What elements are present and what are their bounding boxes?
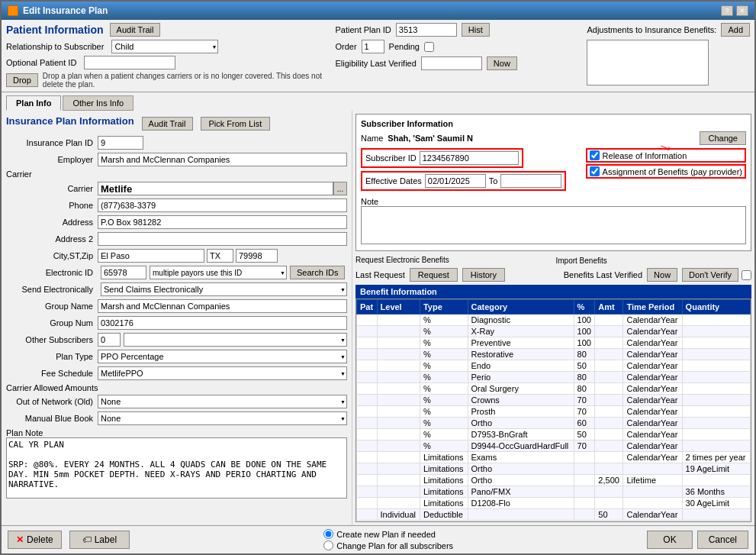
table-row[interactable]: %Prosth70CalendarYear [357, 406, 751, 418]
table-row[interactable]: LimitationsExamsCalendarYear2 times per … [357, 452, 751, 463]
address-input[interactable] [98, 215, 347, 229]
send-electronically-combo[interactable]: Send Claims Electronically [101, 282, 347, 296]
table-row[interactable]: %Endo50CalendarYear [357, 360, 751, 372]
cell-amt [595, 360, 623, 372]
benefit-table-wrap[interactable]: Pat Level Type Category % Amt Time Perio… [355, 298, 751, 522]
cell-level [377, 498, 420, 509]
plan-type-combo[interactable]: PPO Percentage [98, 350, 347, 363]
radio-change-all[interactable] [323, 540, 333, 550]
effective-to-input[interactable] [500, 174, 561, 188]
optional-id-input[interactable] [84, 56, 175, 69]
insurance-plan-id-input[interactable] [98, 136, 143, 150]
request-benefits-section: Request Electronic Benefits [355, 256, 552, 265]
left-panel: Insurance Plan Information Audit Trail P… [2, 111, 352, 525]
cell-amt [595, 326, 623, 337]
history-button[interactable]: History [462, 268, 505, 282]
delete-button[interactable]: ✕ Delete [8, 531, 62, 549]
city-input[interactable] [98, 249, 204, 263]
cell-time_period [623, 486, 682, 498]
effective-dates-label: Effective Dates [365, 176, 422, 186]
audit-trail-button[interactable]: Audit Trail [110, 23, 161, 37]
out-of-network-combo[interactable]: None [98, 395, 347, 408]
release-of-info-checkbox[interactable] [590, 150, 600, 160]
other-subscribers-input[interactable] [98, 333, 121, 347]
close-button[interactable]: ✕ [736, 5, 748, 16]
table-row[interactable]: %Crowns70CalendarYear [357, 395, 751, 406]
plan-note-textarea[interactable]: CAL YR PLAN SRP: @80%. EVERY 24 MONTHS. … [6, 437, 347, 499]
subscriber-note-textarea[interactable] [361, 206, 746, 244]
radio-create-new[interactable] [323, 529, 333, 539]
pending-checkbox[interactable] [424, 42, 434, 52]
table-row[interactable]: %X-Ray100CalendarYear [357, 326, 751, 337]
address2-input[interactable] [98, 232, 347, 246]
relationship-combo[interactable]: Child [111, 40, 218, 53]
ok-button[interactable]: OK [647, 531, 692, 549]
other-subscribers-combo[interactable] [124, 333, 347, 347]
tab-plan-info[interactable]: Plan Info [6, 95, 61, 111]
cell-pat [357, 395, 378, 406]
table-row[interactable]: %D9944-OccGuardHardFull70CalendarYear [357, 440, 751, 452]
dont-verify-checkbox[interactable] [742, 270, 751, 280]
subscriber-name-label: Name [361, 134, 383, 143]
eligibility-now-button[interactable]: Now [487, 56, 517, 70]
table-row[interactable]: %Restorative80CalendarYear [357, 349, 751, 360]
adj-add-button[interactable]: Add [721, 23, 750, 37]
search-ids-button[interactable]: Search IDs [290, 266, 345, 279]
release-of-info-label: Release of Information [603, 151, 687, 160]
table-row[interactable]: LimitationsOrtho19 AgeLimit [357, 463, 751, 475]
pick-from-list-button[interactable]: Pick From List [201, 117, 271, 131]
fee-schedule-combo[interactable]: MetlifePPO [98, 366, 347, 380]
manual-blue-book-combo[interactable]: None [98, 411, 347, 425]
eligibility-input[interactable] [421, 56, 482, 70]
assignment-of-benefits-checkbox[interactable] [590, 166, 600, 176]
electronic-id-input[interactable] [101, 266, 146, 279]
phone-input[interactable] [98, 198, 347, 212]
table-row[interactable]: LimitationsOrtho2,500Lifetime [357, 475, 751, 486]
col-type: Type [420, 300, 468, 315]
carrier-input[interactable] [98, 182, 333, 195]
drop-button[interactable]: Drop [6, 73, 38, 87]
request-button[interactable]: Request [410, 268, 458, 282]
zip-input[interactable] [236, 249, 278, 263]
tab-other-ins[interactable]: Other Ins Info [63, 95, 134, 111]
plan-id-input[interactable] [396, 23, 457, 37]
hist-button[interactable]: Hist [462, 23, 490, 37]
table-row[interactable]: %Diagnostic100CalendarYear [357, 315, 751, 326]
table-row[interactable]: %Preventive100CalendarYear [357, 337, 751, 349]
cell-quantity [682, 383, 750, 395]
cell-time_period: CalendarYear [623, 383, 682, 395]
plan-audit-trail-button[interactable]: Audit Trail [142, 117, 193, 131]
table-row[interactable]: %D7953-BnGraft50CalendarYear [357, 429, 751, 440]
cell-time_period: CalendarYear [623, 406, 682, 418]
group-name-input[interactable] [98, 299, 347, 313]
label-button[interactable]: 🏷 Label [69, 531, 130, 549]
table-row[interactable]: LimitationsD1208-Flo30 AgeLimit [357, 498, 751, 509]
order-input[interactable] [362, 40, 384, 53]
table-row[interactable]: LimitationsPano/FMX36 Months [357, 486, 751, 498]
cell-time_period: CalendarYear [623, 395, 682, 406]
import-benefits-section: Import Benefits [556, 256, 752, 265]
table-row[interactable]: IndividualDeductible50CalendarYear [357, 509, 751, 521]
benefits-now-button[interactable]: Now [647, 268, 677, 282]
table-row[interactable]: %Perio80CalendarYear [357, 372, 751, 383]
state-input[interactable] [207, 249, 233, 263]
employer-input[interactable] [98, 153, 347, 166]
table-row[interactable]: %Ortho60CalendarYear [357, 418, 751, 429]
cell-time_period: CalendarYear [623, 418, 682, 429]
cell-time_period: CalendarYear [623, 440, 682, 452]
effective-from-input[interactable] [425, 174, 486, 188]
group-num-input[interactable] [98, 316, 347, 330]
electronic-id-combo[interactable]: multiple payors use this ID [150, 266, 287, 279]
carrier-ellipsis-button[interactable]: ... [333, 182, 347, 195]
cancel-button[interactable]: Cancel [697, 531, 748, 549]
app-icon [8, 5, 18, 16]
table-row[interactable]: %Oral Surgery80CalendarYear [357, 383, 751, 395]
subscriber-change-button[interactable]: Change [700, 131, 746, 145]
subscriber-id-input[interactable] [420, 151, 519, 165]
cell-category: D1208-Flo [468, 498, 574, 509]
help-button[interactable]: ? [721, 5, 733, 16]
col-category: Category [468, 300, 574, 315]
dont-verify-button[interactable]: Don't Verify [682, 268, 738, 282]
plan-type-label: Plan Type [6, 352, 98, 361]
label-icon: 🏷 [82, 534, 92, 545]
